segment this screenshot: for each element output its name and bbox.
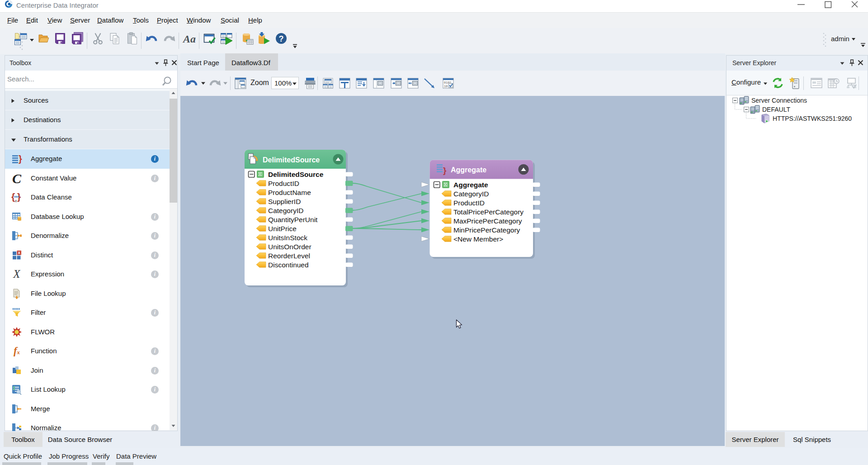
svg-text:UnitsInStock: UnitsInStock [268,234,307,242]
svg-text:ReorderLevel: ReorderLevel [268,252,310,260]
svg-text:Aggregate: Aggregate [451,166,486,174]
svg-text:CategoryID: CategoryID [453,190,489,198]
svg-text:}: } [443,166,447,175]
svg-text:Discontinued: Discontinued [268,261,309,269]
svg-text:X: X [18,251,20,255]
svg-text:UnitPrice: UnitPrice [268,225,297,232]
svg-text:10: 10 [444,85,448,88]
svg-text:<New Member>: <New Member> [453,235,503,243]
svg-text:TotalPricePerCategory: TotalPricePerCategory [453,208,524,216]
svg-text:QuantityPerUnit: QuantityPerUnit [268,216,318,223]
svg-text:DelimitedSource: DelimitedSource [263,156,320,164]
svg-text:Aggregate: Aggregate [453,181,488,189]
svg-text:SupplierID: SupplierID [268,198,301,205]
svg-text:x: x [14,198,17,203]
svg-text:}: } [19,154,22,164]
svg-text:ProductID: ProductID [268,180,299,187]
svg-text:MaxPricePerCategory: MaxPricePerCategory [453,217,522,225]
svg-text:UnitsOnOrder: UnitsOnOrder [268,243,311,251]
svg-text:{: { [11,192,15,202]
svg-text:DelimitedSource: DelimitedSource [268,171,324,178]
svg-text:ProductID: ProductID [453,199,485,207]
svg-text:MinPricePerCategory: MinPricePerCategory [453,226,520,234]
svg-text:?: ? [279,34,284,43]
svg-text:CategoryID: CategoryID [268,207,303,214]
svg-text:ProductName: ProductName [268,189,311,196]
